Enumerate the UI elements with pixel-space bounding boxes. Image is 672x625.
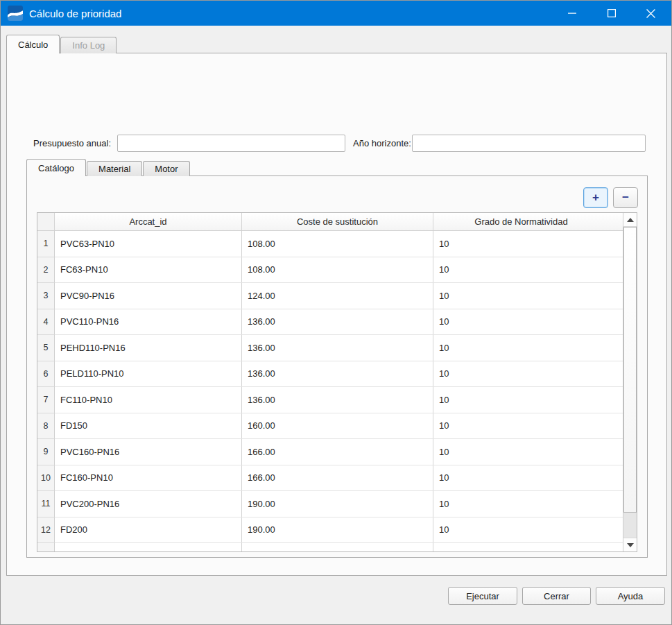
cell-arccat-id[interactable]: PVC200-PN16 [55,491,242,517]
row-number-cell[interactable]: 1 [37,231,55,257]
table-row[interactable]: 3 PVC90-PN16 124.00 10 [37,283,637,309]
inner-tab-bar: Catálogo Material Motor [26,159,190,176]
horizonte-input[interactable] [412,135,646,152]
cell-arccat-id[interactable]: PELD110-PN10 [55,361,242,387]
row-number-cell[interactable]: 7 [37,387,55,413]
title-bar: Cálculo de prioridad [1,1,671,26]
cell-arccat-id[interactable]: FC63-PN10 [55,257,242,283]
app-logo-icon [8,6,23,21]
row-number-cell[interactable]: 8 [37,413,55,440]
row-number-cell[interactable] [37,543,55,552]
cell-coste[interactable] [242,543,433,552]
dialog-window: Cálculo de prioridad Cálculo Info Log No… [0,0,672,625]
scrollbar-thumb[interactable] [623,227,637,513]
column-header-grado[interactable]: Grado de Normatividad [433,213,609,230]
ejecutar-button[interactable]: Ejecutar [448,587,517,605]
remove-row-button[interactable]: − [613,187,638,208]
tab-motor[interactable]: Motor [143,161,189,176]
catalog-table: Arccat_id Coste de sustitución Grado de … [37,212,637,552]
cell-grado[interactable]: 10 [433,231,609,257]
cell-coste[interactable]: 136.00 [242,309,433,335]
cell-arccat-id[interactable]: FC160-PN10 [55,465,242,491]
cell-grado[interactable]: 10 [433,413,609,439]
tab-catalogo[interactable]: Catálogo [26,159,86,176]
cell-grado[interactable]: 10 [433,335,609,361]
cell-coste[interactable]: 136.00 [242,361,433,387]
table-row[interactable]: 5 PEHD110-PN16 136.00 10 [37,335,637,361]
table-row[interactable]: 2 FC63-PN10 108.00 10 [37,257,637,284]
row-number-cell[interactable]: 3 [37,283,55,309]
cell-coste[interactable]: 108.00 [242,231,433,257]
cell-grado[interactable]: 10 [433,387,609,413]
window-title: Cálculo de prioridad [29,8,121,19]
table-row[interactable]: 9 PVC160-PN16 166.00 10 [37,439,637,465]
cell-arccat-id[interactable]: FD200 [55,517,242,543]
cell-grado[interactable]: 10 [433,257,609,283]
cell-coste[interactable]: 160.00 [242,413,433,439]
cell-grado[interactable]: 10 [433,283,609,309]
presupuesto-input[interactable] [117,135,345,152]
cell-arccat-id[interactable]: PVC160-PN16 [55,439,242,465]
table-body: 1 PVC63-PN10 108.00 10 2 FC63-PN10 108.0… [37,231,637,552]
row-number-cell[interactable]: 9 [37,439,55,465]
cell-grado[interactable]: 10 [433,361,609,387]
cell-coste[interactable]: 166.00 [242,465,433,491]
cell-arccat-id[interactable]: PVC63-PN10 [55,231,242,257]
cell-coste[interactable]: 108.00 [242,257,433,283]
row-number-cell[interactable]: 2 [37,257,55,284]
horizonte-label: Año horizonte: [353,135,411,152]
row-number-cell[interactable]: 10 [37,465,55,492]
cell-arccat-id[interactable]: FC110-PN10 [55,387,242,413]
scroll-up-icon[interactable] [623,213,637,227]
close-button[interactable] [635,1,666,26]
table-row[interactable]: 8 FD150 160.00 10 [37,413,637,440]
cell-coste[interactable]: 190.00 [242,517,433,543]
table-row[interactable]: 7 FC110-PN10 136.00 10 [37,387,637,413]
cell-coste[interactable]: 136.00 [242,335,433,361]
cell-arccat-id[interactable]: PVC110-PN16 [55,309,242,335]
column-header-coste[interactable]: Coste de sustitución [242,213,433,230]
tab-calculo[interactable]: Cálculo [6,35,60,53]
scrollbar-groove [623,513,637,538]
presupuesto-label: Presupuesto anual: [33,135,111,152]
table-row[interactable]: 11 PVC200-PN16 190.00 10 [37,491,637,517]
cell-coste[interactable]: 166.00 [242,439,433,465]
minimize-button[interactable] [556,1,587,26]
cell-coste[interactable]: 136.00 [242,387,433,413]
cell-coste[interactable]: 124.00 [242,283,433,309]
column-header-arccat-id[interactable]: Arccat_id [55,213,242,230]
table-row[interactable]: 10 FC160-PN10 166.00 10 [37,465,637,492]
cell-grado[interactable]: 10 [433,309,609,335]
cell-coste[interactable]: 190.00 [242,491,433,517]
add-row-button[interactable]: + [583,187,608,208]
table-row[interactable]: 12 FD200 190.00 10 [37,517,637,544]
row-number-cell[interactable]: 6 [37,361,55,388]
table-row[interactable]: 1 PVC63-PN10 108.00 10 [37,231,637,257]
cell-arccat-id[interactable]: PVC90-PN16 [55,283,242,309]
table-header-row: Arccat_id Coste de sustitución Grado de … [37,213,637,231]
cell-arccat-id[interactable] [55,543,242,552]
cerrar-button[interactable]: Cerrar [522,587,591,605]
cell-grado[interactable]: 10 [433,517,609,543]
table-row[interactable] [37,543,637,552]
row-number-cell[interactable]: 12 [37,517,55,544]
cell-grado[interactable]: 10 [433,439,609,465]
ayuda-button[interactable]: Ayuda [596,587,665,605]
scroll-down-icon[interactable] [623,538,637,551]
row-number-cell[interactable]: 4 [37,309,55,336]
cell-arccat-id[interactable]: PEHD110-PN16 [55,335,242,361]
tab-material[interactable]: Material [87,161,142,176]
table-corner-cell [37,213,55,230]
row-number-cell[interactable]: 5 [37,335,55,361]
tab-info-log[interactable]: Info Log [60,37,117,53]
row-number-cell[interactable]: 11 [37,491,55,517]
main-tab-bar: Cálculo Info Log [6,35,117,53]
table-vertical-scrollbar[interactable] [623,213,637,551]
maximize-button[interactable] [596,1,627,26]
cell-grado[interactable]: 10 [433,491,609,517]
cell-grado[interactable]: 10 [433,465,609,491]
table-row[interactable]: 6 PELD110-PN10 136.00 10 [37,361,637,388]
cell-arccat-id[interactable]: FD150 [55,413,242,439]
table-row[interactable]: 4 PVC110-PN16 136.00 10 [37,309,637,336]
cell-grado[interactable] [433,543,609,552]
